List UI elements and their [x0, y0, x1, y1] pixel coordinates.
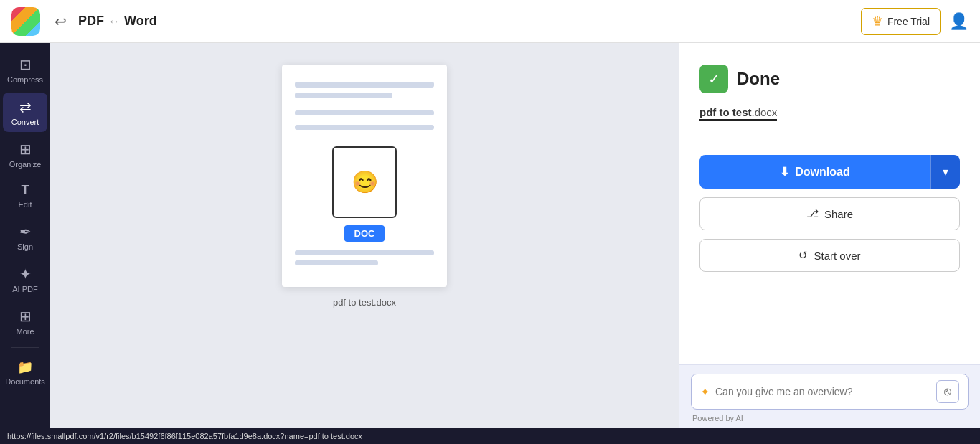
sidebar-label-organize: Organize — [9, 160, 42, 169]
topbar-title: PDF ↔ Word — [78, 14, 861, 29]
ai-panel: ✦ ⎋ Powered by AI — [679, 364, 980, 428]
ai-pdf-icon: ✦ — [19, 265, 32, 283]
doc-line-6 — [295, 260, 378, 265]
doc-line-3 — [295, 110, 434, 115]
title-arrow: ↔ — [108, 15, 120, 28]
download-label: Download — [795, 166, 849, 179]
external-link-icon: ⎋ — [944, 385, 951, 397]
ai-star-icon: ✦ — [700, 385, 710, 399]
doc-line-2 — [295, 93, 392, 98]
filename-base: pdf to test — [699, 106, 752, 118]
share-button[interactable]: ⎇ Share — [699, 197, 960, 230]
topbar: ↩ PDF ↔ Word ♛ Free Trial 👤 — [0, 0, 980, 43]
sign-icon: ✒ — [19, 223, 32, 240]
doc-top-lines — [295, 82, 434, 103]
done-title: Done — [737, 69, 780, 89]
checkmark-icon: ✓ — [708, 70, 720, 88]
sidebar-label-more: More — [16, 327, 34, 336]
sidebar-label-ai-pdf: AI PDF — [12, 285, 37, 293]
dropdown-arrow-icon: ▾ — [943, 165, 948, 179]
share-label: Share — [824, 208, 853, 220]
done-checkmark: ✓ — [699, 65, 728, 93]
free-trial-button[interactable]: ♛ Free Trial — [861, 8, 941, 35]
doc-line-4 — [295, 125, 434, 130]
doc-type-badge: DOC — [344, 225, 385, 242]
convert-icon: ⇄ — [19, 98, 32, 115]
sidebar: ⊡ Compress ⇄ Convert ⊞ Organize T Edit ✒… — [0, 43, 50, 428]
status-bar: https://files.smallpdf.com/v1/r2/files/b… — [0, 428, 980, 444]
sidebar-item-convert[interactable]: ⇄ Convert — [3, 93, 47, 132]
sidebar-item-documents[interactable]: 📁 Documents — [3, 354, 47, 392]
sidebar-label-edit: Edit — [19, 200, 32, 209]
doc-icon-area: 😊 — [332, 146, 397, 218]
compress-icon: ⊡ — [19, 56, 32, 73]
more-icon: ⊞ — [19, 308, 32, 325]
doc-face-emoji: 😊 — [352, 171, 378, 193]
documents-icon: 📁 — [17, 359, 33, 375]
start-over-label: Start over — [814, 250, 860, 262]
app-logo — [11, 7, 40, 36]
done-header: ✓ Done — [699, 65, 960, 93]
result-filename: pdf to test.docx — [699, 106, 777, 121]
sidebar-divider — [11, 347, 39, 348]
back-button[interactable]: ↩ — [52, 10, 70, 33]
title-prefix: PDF — [78, 14, 104, 29]
ai-chat-input[interactable] — [715, 386, 930, 397]
doc-more-lines — [295, 250, 434, 270]
ai-input-row: ✦ ⎋ — [691, 374, 969, 410]
download-dropdown-button[interactable]: ▾ — [930, 155, 960, 189]
sidebar-item-ai-pdf[interactable]: ✦ AI PDF — [3, 260, 47, 299]
sidebar-item-more[interactable]: ⊞ More — [3, 302, 47, 341]
preview-filename: pdf to test.docx — [333, 297, 396, 308]
download-icon: ⬇ — [780, 165, 789, 179]
download-button[interactable]: ⬇ Download — [699, 155, 930, 189]
sidebar-label-convert: Convert — [11, 118, 39, 126]
sidebar-item-compress[interactable]: ⊡ Compress — [3, 50, 47, 90]
sidebar-label-documents: Documents — [5, 377, 45, 386]
crown-icon: ♛ — [872, 14, 883, 29]
title-suffix: Word — [124, 14, 157, 29]
status-url: https://files.smallpdf.com/v1/r2/files/b… — [7, 432, 362, 440]
main-layout: ⊡ Compress ⇄ Convert ⊞ Organize T Edit ✒… — [0, 43, 980, 428]
share-icon: ⎇ — [806, 207, 819, 220]
sidebar-label-compress: Compress — [7, 75, 43, 84]
doc-preview-card: 😊 DOC — [282, 65, 447, 287]
preview-area: 😊 DOC pdf to test.docx — [50, 43, 679, 428]
sidebar-item-edit[interactable]: T Edit — [3, 177, 47, 214]
start-over-button[interactable]: ↺ Start over — [699, 239, 960, 272]
edit-icon: T — [22, 183, 29, 198]
ai-external-link-button[interactable]: ⎋ — [936, 380, 959, 403]
sidebar-label-sign: Sign — [17, 242, 33, 251]
ai-powered-label: Powered by AI — [691, 414, 969, 422]
filename-ext: .docx — [752, 106, 778, 118]
right-panel: ✓ Done pdf to test.docx ⬇ Download ▾ — [679, 43, 980, 428]
free-trial-label: Free Trial — [887, 16, 930, 27]
right-panel-content: ✓ Done pdf to test.docx ⬇ Download ▾ — [679, 43, 980, 364]
user-account-button[interactable]: 👤 — [949, 12, 969, 31]
doc-line-1 — [295, 82, 434, 88]
sidebar-item-organize[interactable]: ⊞ Organize — [3, 135, 47, 174]
doc-line-5 — [295, 250, 434, 255]
download-button-group: ⬇ Download ▾ — [699, 155, 960, 189]
organize-icon: ⊞ — [19, 141, 32, 158]
restart-icon: ↺ — [798, 249, 808, 262]
sidebar-item-sign[interactable]: ✒ Sign — [3, 217, 47, 257]
